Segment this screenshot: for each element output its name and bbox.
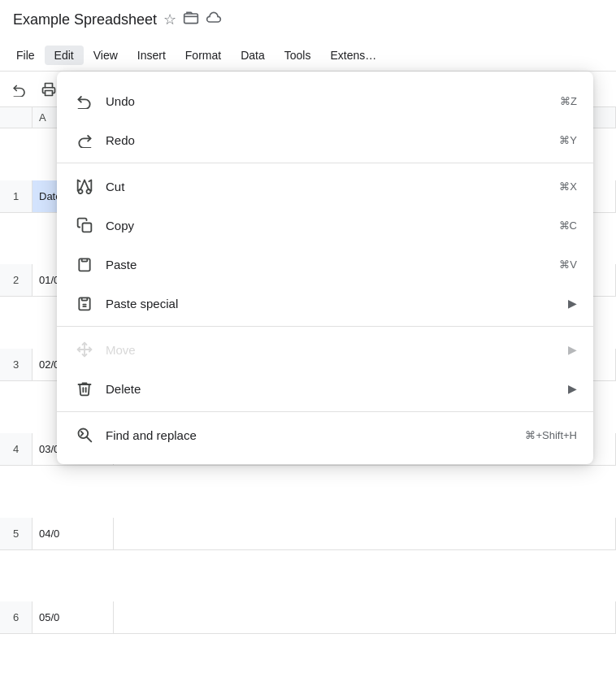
row-num-1: 2 xyxy=(0,264,33,297)
undo-toolbar-icon[interactable] xyxy=(7,76,33,102)
menu-view[interactable]: View xyxy=(84,46,128,65)
copy-icon xyxy=(73,217,96,233)
paste-special-menu-item[interactable]: Paste special ▶ xyxy=(57,284,593,323)
svg-rect-1 xyxy=(46,90,53,95)
menu-format[interactable]: Format xyxy=(176,46,231,65)
undo-menu-item[interactable]: Undo ⌘Z xyxy=(57,81,593,120)
row-num-header: 1 xyxy=(0,180,33,213)
cut-menu-item[interactable]: Cut ⌘X xyxy=(57,167,593,206)
move-delete-group: Move ▶ Delete ▶ xyxy=(57,327,593,412)
cell-b5[interactable] xyxy=(114,518,616,550)
move-label: Move xyxy=(106,343,562,357)
find-replace-shortcut: ⌘+Shift+H xyxy=(525,429,577,441)
row-num-2: 3 xyxy=(0,349,33,381)
menu-insert[interactable]: Insert xyxy=(128,46,176,65)
star-icon[interactable]: ☆ xyxy=(163,11,176,28)
find-replace-label: Find and replace xyxy=(106,428,512,442)
cut-icon xyxy=(73,178,96,194)
menu-bar: File Edit View Insert Format Data Tools … xyxy=(0,39,616,72)
menu-data[interactable]: Data xyxy=(231,46,275,65)
corner-cell xyxy=(0,107,33,128)
paste-label: Paste xyxy=(106,258,546,271)
copy-label: Copy xyxy=(106,219,546,232)
move-menu-item[interactable]: Move ▶ xyxy=(57,330,593,369)
cell-a5[interactable]: 04/0 xyxy=(33,518,114,550)
move-arrow: ▶ xyxy=(568,343,577,356)
folder-icon[interactable] xyxy=(183,10,199,30)
find-replace-menu-item[interactable]: Find and replace ⌘+Shift+H xyxy=(57,415,593,454)
move-icon xyxy=(73,341,96,358)
menu-tools[interactable]: Tools xyxy=(275,46,321,65)
svg-rect-4 xyxy=(83,224,92,232)
find-replace-icon xyxy=(73,427,96,443)
cloud-icon[interactable] xyxy=(206,10,222,30)
paste-icon xyxy=(73,256,96,272)
svg-line-12 xyxy=(87,437,92,442)
svg-rect-0 xyxy=(184,14,198,24)
delete-icon xyxy=(73,380,96,397)
undo-redo-group: Undo ⌘Z Redo ⌘Y xyxy=(57,78,593,163)
paste-special-arrow: ▶ xyxy=(568,297,577,310)
delete-arrow: ▶ xyxy=(568,382,577,395)
redo-label: Redo xyxy=(106,133,546,147)
cell-a6[interactable]: 05/0 xyxy=(33,601,114,634)
row-num-3: 4 xyxy=(0,433,33,466)
paste-shortcut: ⌘V xyxy=(559,258,577,271)
redo-icon xyxy=(73,132,96,148)
title-bar: Example Spreadsheet ☆ xyxy=(0,0,616,39)
paste-special-label: Paste special xyxy=(106,297,562,310)
menu-extensions[interactable]: Extens… xyxy=(320,46,386,65)
paste-special-icon xyxy=(73,295,96,311)
find-group: Find and replace ⌘+Shift+H xyxy=(57,412,593,458)
spreadsheet-title: Example Spreadsheet xyxy=(13,11,157,28)
cut-label: Cut xyxy=(106,180,546,193)
row-num-4: 5 xyxy=(0,518,33,550)
paste-menu-item[interactable]: Paste ⌘V xyxy=(57,245,593,284)
clipboard-group: Cut ⌘X Copy ⌘C xyxy=(57,163,593,327)
undo-label: Undo xyxy=(106,94,547,108)
menu-file[interactable]: File xyxy=(7,46,45,65)
edit-dropdown-menu: Undo ⌘Z Redo ⌘Y xyxy=(57,72,593,464)
delete-menu-item[interactable]: Delete ▶ xyxy=(57,369,593,408)
copy-menu-item[interactable]: Copy ⌘C xyxy=(57,206,593,245)
copy-shortcut: ⌘C xyxy=(559,219,577,232)
cut-shortcut: ⌘X xyxy=(559,180,577,193)
cell-b6[interactable] xyxy=(114,601,616,634)
undo-icon xyxy=(73,93,96,109)
menu-edit[interactable]: Edit xyxy=(45,46,84,65)
row-num-5: 6 xyxy=(0,601,33,634)
redo-menu-item[interactable]: Redo ⌘Y xyxy=(57,120,593,159)
undo-shortcut: ⌘Z xyxy=(560,95,577,107)
delete-label: Delete xyxy=(106,382,562,396)
redo-shortcut: ⌘Y xyxy=(559,134,577,146)
